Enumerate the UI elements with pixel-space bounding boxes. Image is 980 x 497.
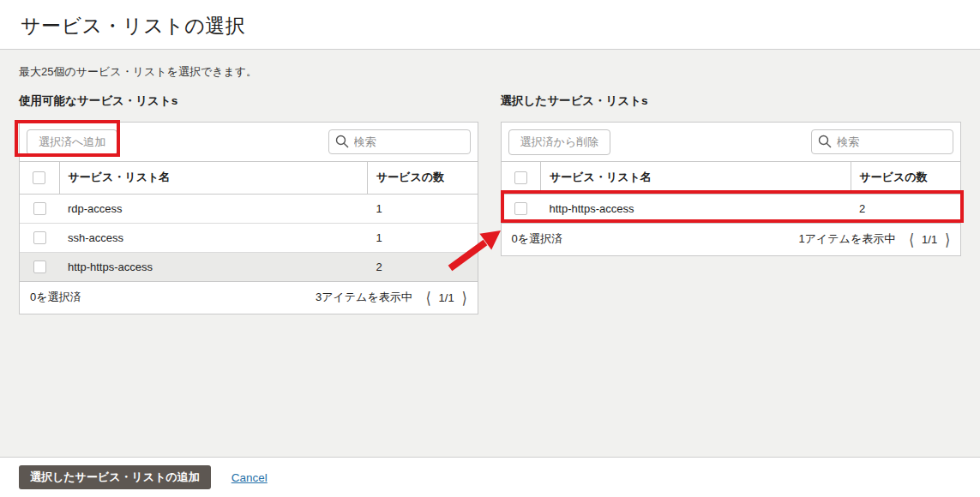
selected-selected-count: 0を選択済 xyxy=(512,231,563,247)
available-showing-count: 3アイテムを表示中 xyxy=(316,290,412,305)
action-footer: 選択したサービス・リストの追加 Cancel xyxy=(0,457,980,497)
select-all-cell xyxy=(20,162,59,194)
service-count: 2 xyxy=(368,252,478,281)
prev-page-icon[interactable]: ⟨ xyxy=(909,231,914,248)
selected-table-header-row: サービス・リスト名 サービスの数 xyxy=(502,162,961,194)
available-toolbar: 選択済へ追加 xyxy=(20,123,478,162)
available-panel: 選択済へ追加 サービス・リスト名 xyxy=(19,122,478,314)
selected-page-indicator: 1/1 xyxy=(922,233,937,246)
row-checkbox-cell xyxy=(20,194,59,223)
available-panel-footer: 0を選択済 3アイテムを表示中 ⟨ 1/1 ⟩ xyxy=(20,282,478,314)
page-header: サービス・リストの選択 xyxy=(0,0,980,50)
selected-searchbox xyxy=(811,129,953,154)
available-table-header-row: サービス・リスト名 サービスの数 xyxy=(20,162,478,194)
available-table: サービス・リスト名 サービスの数 rdp-access1ssh-access1h… xyxy=(20,162,478,282)
selected-panel-heading: 選択したサービス・リストs xyxy=(501,93,962,109)
row-checkbox[interactable] xyxy=(514,202,527,215)
selected-panel: 選択済から削除 サービス・リスト名 xyxy=(501,122,962,256)
available-page-indicator: 1/1 xyxy=(439,291,454,304)
add-selected-service-lists-button[interactable]: 選択したサービス・リストの追加 xyxy=(19,465,211,489)
available-selected-count: 0を選択済 xyxy=(30,290,81,305)
prev-page-icon[interactable]: ⟨ xyxy=(426,290,431,306)
remove-from-selected-button[interactable]: 選択済から削除 xyxy=(508,129,611,155)
select-all-cell xyxy=(502,162,541,194)
selected-table: サービス・リスト名 サービスの数 http-https-access2 xyxy=(502,162,961,224)
service-list-name: http-https-access xyxy=(541,194,851,223)
row-checkbox-cell xyxy=(502,194,541,223)
selected-toolbar: 選択済から削除 xyxy=(502,123,961,162)
service-list-name: http-https-access xyxy=(59,252,368,281)
service-count: 2 xyxy=(851,194,960,223)
service-count: 1 xyxy=(368,223,478,252)
available-search-input[interactable] xyxy=(328,129,471,154)
table-row[interactable]: http-https-access2 xyxy=(20,252,478,281)
cancel-link[interactable]: Cancel xyxy=(231,471,268,484)
row-checkbox[interactable] xyxy=(33,202,46,215)
selected-panel-column: 選択したサービス・リストs 選択済から削除 xyxy=(501,93,962,314)
page-title: サービス・リストの選択 xyxy=(21,13,959,39)
selected-showing-count: 1アイテムを表示中 xyxy=(798,231,895,247)
service-list-name: rdp-access xyxy=(59,194,368,223)
selected-panel-footer: 0を選択済 1アイテムを表示中 ⟨ 1/1 ⟩ xyxy=(502,224,961,255)
next-page-icon[interactable]: ⟩ xyxy=(945,231,950,248)
table-row[interactable]: rdp-access1 xyxy=(20,194,478,223)
column-header-count: サービスの数 xyxy=(368,162,478,194)
table-row[interactable]: http-https-access2 xyxy=(502,194,961,223)
table-row[interactable]: ssh-access1 xyxy=(20,223,478,252)
service-count: 1 xyxy=(368,194,478,223)
main-content: 最大25個のサービス・リストを選択できます。 使用可能なサービス・リストs 選択… xyxy=(0,50,980,457)
column-header-name: サービス・リスト名 xyxy=(59,162,368,194)
row-checkbox-cell xyxy=(20,252,59,281)
service-list-name: ssh-access xyxy=(59,223,368,252)
column-header-count: サービスの数 xyxy=(851,162,960,194)
add-to-selected-button[interactable]: 選択済へ追加 xyxy=(27,129,117,155)
intro-text: 最大25個のサービス・リストを選択できます。 xyxy=(19,64,961,80)
row-checkbox-cell xyxy=(20,223,59,252)
column-header-name: サービス・リスト名 xyxy=(541,162,851,194)
next-page-icon[interactable]: ⟩ xyxy=(462,290,467,306)
available-searchbox xyxy=(328,129,471,154)
available-panel-column: 使用可能なサービス・リストs 選択済へ追加 xyxy=(19,93,478,314)
row-checkbox[interactable] xyxy=(33,231,46,244)
available-panel-heading: 使用可能なサービス・リストs xyxy=(19,93,478,109)
select-all-checkbox[interactable] xyxy=(33,171,45,184)
row-checkbox[interactable] xyxy=(33,260,46,273)
select-all-checkbox[interactable] xyxy=(514,171,527,184)
selected-search-input[interactable] xyxy=(811,129,953,154)
